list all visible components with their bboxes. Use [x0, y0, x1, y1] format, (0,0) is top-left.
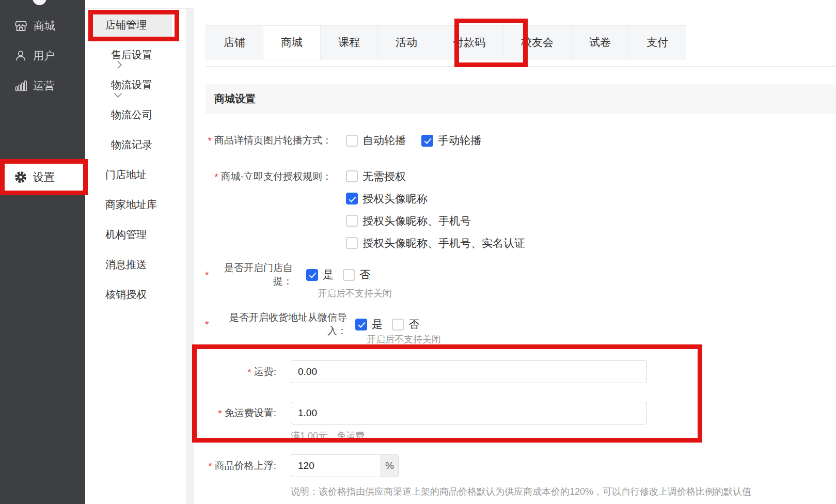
tab-course[interactable]: 课程 [320, 25, 378, 59]
checkbox-label: 授权头像昵称、手机号、实名认证 [362, 236, 525, 250]
checkbox-label: 否 [408, 317, 419, 332]
main-content: 店铺 商城 课程 活动 付款码 校友会 试卷 支付 商城设置 * 商品详情页图片… [194, 0, 836, 504]
logo-partial [33, 0, 46, 5]
checkbox-label: 无需授权 [362, 169, 406, 184]
form-row-carousel-mode: * 商品详情页图片轮播方式： 自动轮播 手动轮播 [205, 129, 497, 152]
option-manual-carousel: 手动轮播 [421, 133, 481, 148]
tab-alumni[interactable]: 校友会 [503, 25, 572, 59]
option-avatar-nickname: 授权头像昵称 [346, 187, 525, 210]
menu-item-label: 店铺管理 [105, 18, 147, 32]
percent-addon: % [381, 454, 399, 477]
field-label: * 免运费设置: [205, 402, 291, 424]
secondary-menu: 店铺管理 售后设置 物流设置 物流公司 物流记录 门店地址 商家地址库 机构管理… [85, 0, 186, 504]
primary-sidebar: 商城 用户 运营 设置 [0, 0, 85, 504]
sidebar-item-label: 设置 [33, 170, 55, 184]
required-asterisk: * [208, 135, 212, 147]
field-label: * 是否开启门店自提： [205, 263, 306, 286]
required-asterisk: * [205, 270, 209, 281]
free-shipping-input[interactable] [291, 402, 647, 424]
checkbox[interactable] [392, 319, 404, 330]
section-title: 商城设置 [214, 92, 256, 106]
checkbox[interactable] [346, 135, 358, 147]
required-asterisk: * [208, 461, 212, 472]
sidebar-item-label: 运营 [33, 78, 55, 93]
menu-item-label: 消息推送 [105, 258, 147, 272]
chevron-right-icon [114, 60, 122, 69]
field-hint: 开启后不支持关闭 [367, 333, 441, 345]
field-label: * 商品价格上浮: [205, 454, 291, 477]
checkbox[interactable] [306, 269, 318, 281]
form-row-auth-rules: * 商城-立即支付授权规则： 无需授权 授权头像昵称 授权头像昵称、手机号 授权… [205, 165, 525, 254]
tab-mall[interactable]: 商城 [263, 25, 321, 59]
menu-item-label: 物流公司 [111, 108, 152, 122]
storefront-icon [14, 19, 28, 33]
option-yes: 是 [355, 317, 383, 332]
checkbox[interactable] [346, 215, 358, 227]
submenu-item-logistics-settings[interactable]: 物流设置 [85, 72, 186, 97]
form-row-price-markup: * 商品价格上浮: % [205, 454, 399, 477]
option-no-auth: 无需授权 [346, 165, 525, 187]
menu-item-label: 核销授权 [105, 288, 147, 302]
sidebar-item-label: 用户 [33, 49, 55, 63]
checkbox[interactable] [346, 170, 358, 182]
sidebar-item-label: 商城 [34, 19, 55, 33]
menu-item-label: 门店地址 [105, 168, 147, 182]
checkbox-label: 自动轮播 [362, 133, 406, 148]
required-asterisk: * [205, 319, 209, 330]
checkbox-label: 授权头像昵称 [362, 192, 428, 206]
required-asterisk: * [214, 171, 218, 183]
checkbox[interactable] [346, 237, 358, 249]
option-no: 否 [392, 317, 419, 332]
menu-item-label: 物流设置 [111, 78, 152, 92]
option-avatar-nickname-phone-realname: 授权头像昵称、手机号、实名认证 [346, 232, 525, 254]
tab-payment[interactable]: 支付 [628, 25, 686, 59]
settings-tabbar: 店铺 商城 课程 活动 付款码 校友会 试卷 支付 [206, 25, 686, 59]
bar-chart-icon [14, 79, 27, 92]
menu-content-gutter [186, 9, 194, 504]
option-no: 否 [343, 267, 370, 282]
price-markup-input[interactable] [291, 454, 381, 477]
submenu-item-message-push[interactable]: 消息推送 [85, 252, 186, 277]
checkbox[interactable] [355, 319, 367, 330]
submenu-item-organization-management[interactable]: 机构管理 [85, 222, 186, 247]
checkbox-label: 否 [359, 267, 370, 282]
submenu-item-logistics-company[interactable]: 物流公司 [85, 102, 186, 127]
menu-item-label: 机构管理 [105, 228, 147, 242]
field-hint: 满1.00元，免运费 [291, 430, 365, 442]
sidebar-item-mall[interactable]: 商城 [0, 14, 85, 38]
form-row-store-pickup: * 是否开启门店自提： 是 否 [205, 263, 380, 286]
gear-icon [14, 170, 27, 184]
form-row-wechat-address-import: * 是否开启收货地址从微信导入： 是 否 [205, 313, 429, 336]
tab-activity[interactable]: 活动 [377, 25, 435, 59]
tab-payment-code[interactable]: 付款码 [435, 25, 503, 59]
field-label: * 商城-立即支付授权规则： [205, 165, 346, 187]
option-avatar-nickname-phone: 授权头像昵称、手机号 [346, 210, 525, 232]
checkbox-label: 是 [323, 267, 334, 282]
sidebar-item-users[interactable]: 用户 [0, 44, 85, 68]
submenu-item-merchant-address-library[interactable]: 商家地址库 [85, 192, 186, 217]
user-icon [14, 49, 27, 62]
form-row-shipping-fee: * 运费: [205, 360, 647, 383]
section-header: 商城设置 [206, 84, 836, 114]
field-hint: 说明：该价格指由供应商渠道上架的商品价格默认为供应商成本价的120%，可以自行修… [291, 485, 751, 498]
annotation-box-freight-fields [192, 344, 702, 443]
checkbox-label: 授权头像昵称、手机号 [362, 214, 471, 228]
sidebar-item-operations[interactable]: 运营 [0, 74, 85, 98]
submenu-item-after-sales-settings[interactable]: 售后设置 [85, 42, 186, 67]
submenu-item-logistics-records[interactable]: 物流记录 [85, 132, 186, 157]
tab-store[interactable]: 店铺 [206, 25, 263, 59]
option-auto-carousel: 自动轮播 [346, 133, 406, 148]
submenu-item-store-address[interactable]: 门店地址 [85, 162, 186, 187]
submenu-item-store-management[interactable]: 店铺管理 [85, 12, 186, 37]
tab-exam[interactable]: 试卷 [571, 25, 629, 59]
checkbox[interactable] [346, 193, 358, 204]
field-label: * 是否开启收货地址从微信导入： [205, 313, 355, 336]
submenu-item-verification-authorization[interactable]: 核销授权 [85, 282, 186, 307]
auth-options: 无需授权 授权头像昵称 授权头像昵称、手机号 授权头像昵称、手机号、实名认证 [346, 165, 525, 254]
shipping-fee-input[interactable] [291, 360, 647, 383]
checkbox[interactable] [343, 269, 355, 281]
field-label: * 商品详情页图片轮播方式： [205, 129, 346, 152]
checkbox-label: 是 [372, 317, 383, 332]
sidebar-item-settings[interactable]: 设置 [0, 163, 86, 191]
checkbox[interactable] [421, 135, 433, 147]
